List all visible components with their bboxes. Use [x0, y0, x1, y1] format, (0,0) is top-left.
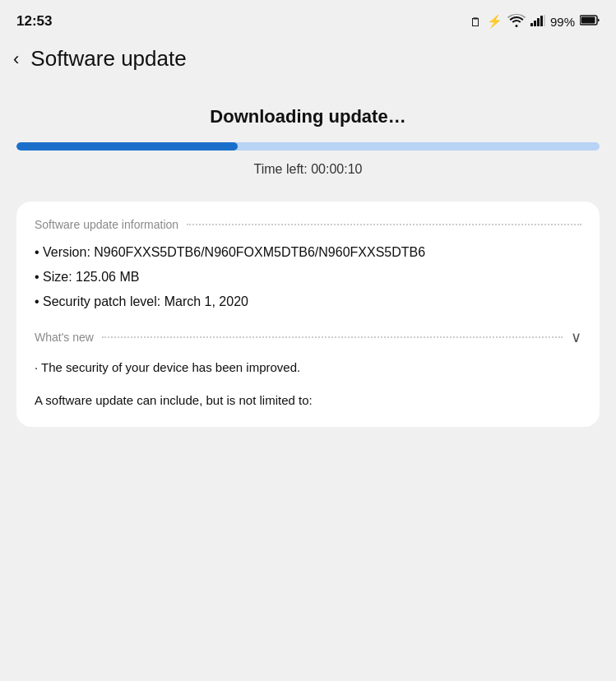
- software-info-label: Software update information: [35, 218, 178, 231]
- size-item: • Size: 125.06 MB: [35, 267, 581, 287]
- progress-bar-container: [16, 142, 600, 151]
- back-button[interactable]: ‹: [13, 50, 19, 68]
- chevron-down-icon[interactable]: ∨: [571, 328, 581, 346]
- toolbar: ‹ Software update: [0, 39, 616, 81]
- whats-new-text: · The security of your device has been i…: [35, 358, 581, 378]
- download-section: Downloading update… Time left: 00:00:10: [16, 106, 600, 177]
- security-patch-item: • Security patch level: March 1, 2020: [35, 292, 581, 312]
- software-info-list: • Version: N960FXXS5DTB6/N960FOXM5DTB6/N…: [35, 243, 581, 312]
- wifi-icon: [507, 14, 526, 30]
- progress-bar-fill: [16, 142, 238, 151]
- status-icons: 🗒 ⚡ 99%: [470, 14, 600, 30]
- downloading-title: Downloading update…: [16, 106, 600, 127]
- svg-rect-0: [530, 23, 533, 26]
- time-left: Time left: 00:00:10: [16, 162, 600, 177]
- software-info-header: Software update information: [35, 218, 581, 231]
- page-title: Software update: [30, 46, 186, 72]
- status-bar: 12:53 🗒 ⚡ 99%: [0, 0, 616, 39]
- main-content: Downloading update… Time left: 00:00:10 …: [0, 81, 616, 443]
- whats-new-divider: [102, 336, 563, 338]
- svg-rect-3: [540, 16, 543, 26]
- status-time: 12:53: [16, 13, 52, 30]
- whats-new-label: What's new: [35, 331, 94, 344]
- svg-rect-4: [544, 15, 545, 26]
- svg-rect-1: [534, 21, 536, 26]
- signal-icon: [530, 15, 545, 29]
- battery-percent: 99%: [550, 15, 575, 29]
- section-divider: [187, 224, 581, 225]
- whats-new-section: What's new ∨ · The security of your devi…: [35, 328, 581, 410]
- clipboard-icon: 🗒: [470, 15, 482, 29]
- version-item: • Version: N960FXXS5DTB6/N960FOXM5DTB6/N…: [35, 243, 581, 262]
- info-card: Software update information • Version: N…: [16, 202, 600, 427]
- charging-icon: ⚡: [487, 14, 503, 29]
- svg-rect-2: [537, 18, 540, 26]
- battery-icon: [580, 15, 600, 28]
- whats-new-header: What's new ∨: [35, 328, 581, 346]
- svg-rect-6: [581, 17, 595, 24]
- whats-new-subtitle: A software update can include, but is no…: [35, 391, 581, 410]
